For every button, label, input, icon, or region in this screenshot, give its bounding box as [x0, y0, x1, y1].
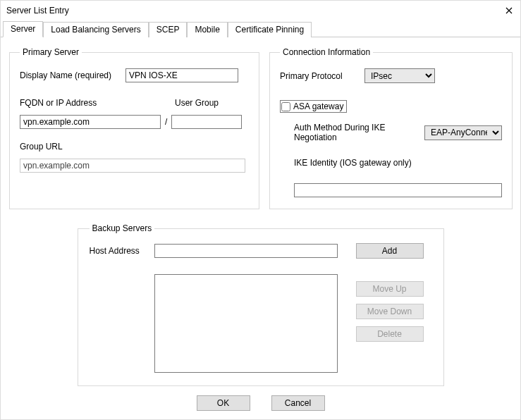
tab-load-balancing-servers[interactable]: Load Balancing Servers	[43, 22, 148, 37]
primary-server-group: Primary Server Display Name (required) F…	[9, 47, 259, 209]
auth-method-select[interactable]: EAP-AnyConnect	[424, 125, 502, 140]
ike-identity-input[interactable]	[294, 183, 502, 197]
fqdn-input[interactable]	[20, 115, 161, 129]
host-address-input[interactable]	[154, 244, 338, 258]
primary-server-legend: Primary Server	[20, 47, 82, 57]
backup-servers-listbox[interactable]	[154, 274, 338, 373]
tab-content: Primary Server Display Name (required) F…	[1, 37, 520, 386]
tab-certificate-pinning[interactable]: Certificate Pinning	[228, 22, 312, 37]
host-address-label: Host Address	[90, 246, 154, 256]
backup-servers-legend: Backup Servers	[90, 223, 155, 233]
primary-protocol-select[interactable]: IPsec	[364, 68, 435, 83]
dialog-footer: OK Cancel	[1, 395, 520, 411]
user-group-label: User Group	[175, 98, 219, 108]
group-url-input	[20, 159, 245, 173]
tab-server[interactable]: Server	[3, 21, 43, 37]
connection-information-legend: Connection Information	[280, 47, 373, 57]
fqdn-label: FQDN or IP Address	[20, 98, 175, 108]
delete-button[interactable]: Delete	[356, 326, 424, 342]
window-title: Server List Entry	[6, 6, 502, 16]
ok-button[interactable]: OK	[197, 395, 250, 411]
asa-gateway-checkbox[interactable]	[281, 102, 290, 111]
primary-protocol-label: Primary Protocol	[280, 71, 364, 81]
tab-strip: Server Load Balancing Servers SCEP Mobil…	[1, 20, 520, 37]
auth-method-label: Auth Method During IKE Negotiation	[294, 123, 424, 142]
move-down-button[interactable]: Move Down	[356, 304, 424, 319]
dialog-window: Server List Entry Server Load Balancing …	[0, 0, 521, 420]
cancel-button[interactable]: Cancel	[271, 395, 325, 411]
title-bar: Server List Entry	[1, 1, 520, 20]
group-url-label: Group URL	[20, 142, 249, 152]
display-name-input[interactable]	[125, 68, 238, 82]
move-up-button[interactable]: Move Up	[356, 281, 424, 297]
fqdn-separator: /	[161, 117, 171, 127]
add-button[interactable]: Add	[356, 243, 424, 259]
tab-scep[interactable]: SCEP	[149, 22, 188, 37]
close-icon[interactable]	[502, 4, 516, 18]
connection-information-group: Connection Information Primary Protocol …	[269, 47, 513, 209]
display-name-label: Display Name (required)	[20, 70, 125, 80]
backup-servers-group: Backup Servers Host Address Add Move Up …	[78, 223, 444, 386]
asa-gateway-label: ASA gateway	[293, 101, 343, 111]
user-group-input[interactable]	[171, 115, 242, 129]
tab-mobile[interactable]: Mobile	[187, 22, 227, 37]
ike-identity-label: IKE Identity (IOS gateway only)	[294, 158, 502, 168]
